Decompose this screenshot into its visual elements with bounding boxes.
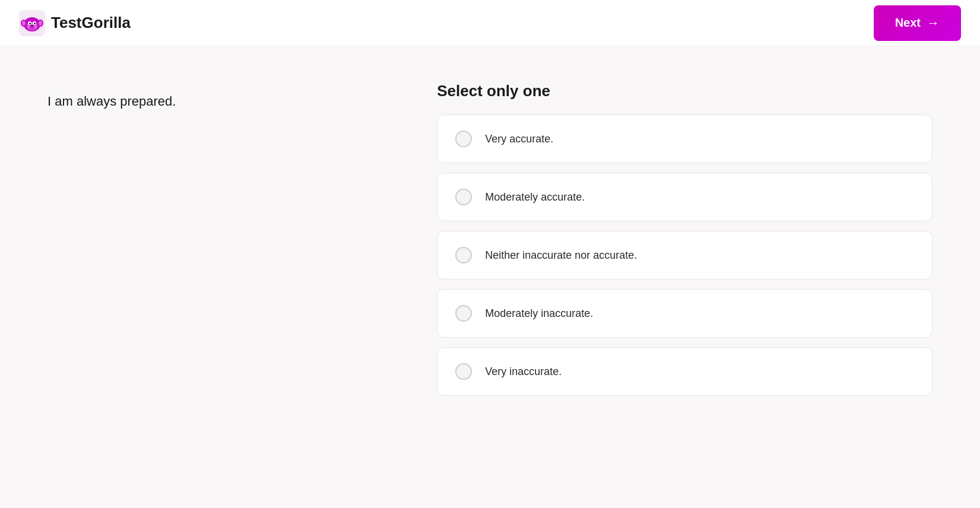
select-instruction: Select only one: [437, 82, 933, 100]
left-panel: I am always prepared.: [47, 82, 401, 472]
right-panel: Select only one Very accurate.Moderately…: [437, 82, 933, 472]
radio-moderately-accurate: [455, 189, 472, 205]
option-item-very-inaccurate[interactable]: Very inaccurate.: [437, 347, 933, 396]
svg-point-11: [30, 25, 34, 27]
main-content: I am always prepared. Select only one Ve…: [0, 46, 980, 508]
next-arrow-icon: →: [927, 15, 940, 31]
option-item-moderately-accurate[interactable]: Moderately accurate.: [437, 173, 933, 221]
next-button[interactable]: Next →: [874, 5, 961, 41]
option-item-moderately-inaccurate[interactable]: Moderately inaccurate.: [437, 289, 933, 338]
option-label-neither: Neither inaccurate nor accurate.: [485, 249, 637, 262]
radio-very-inaccurate: [455, 363, 472, 380]
radio-moderately-inaccurate: [455, 305, 472, 322]
logo-area: TestGorilla: [19, 10, 131, 36]
svg-point-12: [31, 26, 32, 27]
option-item-very-accurate[interactable]: Very accurate.: [437, 115, 933, 163]
option-label-very-accurate: Very accurate.: [485, 133, 553, 145]
next-button-label: Next: [895, 16, 921, 30]
svg-point-13: [33, 26, 34, 27]
option-label-moderately-inaccurate: Moderately inaccurate.: [485, 307, 593, 320]
svg-point-4: [22, 21, 26, 26]
option-item-neither[interactable]: Neither inaccurate nor accurate.: [437, 231, 933, 280]
radio-neither: [455, 247, 472, 263]
option-label-moderately-accurate: Moderately accurate.: [485, 191, 585, 204]
svg-point-5: [39, 21, 42, 26]
svg-point-9: [29, 23, 31, 24]
header: TestGorilla Next →: [0, 0, 980, 46]
logo-text: TestGorilla: [51, 14, 131, 32]
options-list: Very accurate.Moderately accurate.Neithe…: [437, 115, 933, 396]
svg-point-10: [34, 23, 36, 24]
radio-very-accurate: [455, 131, 472, 147]
testgorilla-logo-icon: [19, 10, 45, 36]
question-text: I am always prepared.: [47, 94, 176, 109]
option-label-very-inaccurate: Very inaccurate.: [485, 366, 562, 378]
